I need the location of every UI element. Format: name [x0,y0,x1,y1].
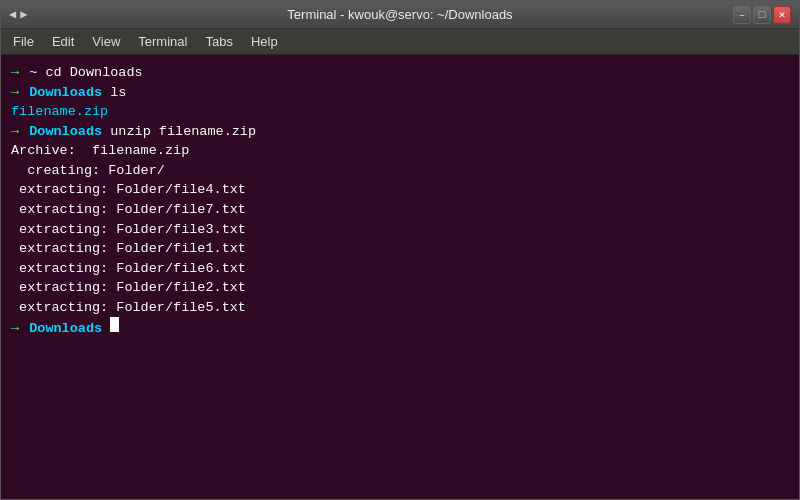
menu-view[interactable]: View [84,32,128,51]
terminal-command: cd Downloads [45,63,142,83]
prompt-directory: Downloads [21,319,110,339]
terminal-command: unzip filename.zip [110,122,256,142]
prompt-arrow-icon: → [11,319,19,339]
window-title: Terminal - kwouk@servo: ~/Downloads [287,7,512,22]
terminal-output-text: extracting: Folder/file1.txt [11,239,246,259]
prompt-directory: Downloads [21,122,110,142]
menubar: File Edit View Terminal Tabs Help [1,29,799,55]
menu-file[interactable]: File [5,32,42,51]
terminal-prompt-line: → Downloads [11,317,789,339]
minimize-button[interactable]: – [733,6,751,24]
titlebar: ◀ ▶ Terminal - kwouk@servo: ~/Downloads … [1,1,799,29]
terminal-line: extracting: Folder/file7.txt [11,200,789,220]
terminal-line: filename.zip [11,102,789,122]
terminal-line: extracting: Folder/file4.txt [11,180,789,200]
maximize-button[interactable]: □ [753,6,771,24]
close-button[interactable]: ✕ [773,6,791,24]
terminal-output-text: Archive: filename.zip [11,141,189,161]
forward-arrow-icon[interactable]: ▶ [20,7,27,22]
terminal-output-text: extracting: Folder/file2.txt [11,278,246,298]
terminal-output-text: extracting: Folder/file5.txt [11,298,246,318]
terminal-line: extracting: Folder/file6.txt [11,259,789,279]
prompt-arrow-icon: → [11,122,19,142]
terminal-window: ◀ ▶ Terminal - kwouk@servo: ~/Downloads … [0,0,800,500]
terminal-line: Archive: filename.zip [11,141,789,161]
window-controls: – □ ✕ [733,6,791,24]
prompt-directory: Downloads [21,83,110,103]
terminal-line: extracting: Folder/file1.txt [11,239,789,259]
terminal-line: creating: Folder/ [11,161,789,181]
terminal-line: → Downloads unzip filename.zip [11,122,789,142]
terminal-output-text: extracting: Folder/file3.txt [11,220,246,240]
menu-terminal[interactable]: Terminal [130,32,195,51]
terminal-cursor [110,317,119,332]
terminal-line: extracting: Folder/file5.txt [11,298,789,318]
terminal-output-text: creating: Folder/ [11,161,165,181]
menu-edit[interactable]: Edit [44,32,82,51]
prompt-arrow-icon: → [11,63,19,83]
prompt-arrow-icon: → [11,83,19,103]
menu-help[interactable]: Help [243,32,286,51]
terminal-line: → Downloads ls [11,83,789,103]
titlebar-nav: ◀ ▶ [9,7,27,22]
terminal-output-text: extracting: Folder/file6.txt [11,259,246,279]
menu-tabs[interactable]: Tabs [197,32,240,51]
terminal-line: extracting: Folder/file3.txt [11,220,789,240]
terminal-command: ls [110,83,126,103]
terminal-line: → ~ cd Downloads [11,63,789,83]
back-arrow-icon[interactable]: ◀ [9,7,16,22]
prompt-tilde: ~ [21,63,45,83]
terminal-output[interactable]: → ~ cd Downloads → Downloads ls filename… [1,55,799,499]
terminal-line: extracting: Folder/file2.txt [11,278,789,298]
terminal-output-text: extracting: Folder/file4.txt [11,180,246,200]
terminal-output-text: extracting: Folder/file7.txt [11,200,246,220]
terminal-output-text: filename.zip [11,102,108,122]
